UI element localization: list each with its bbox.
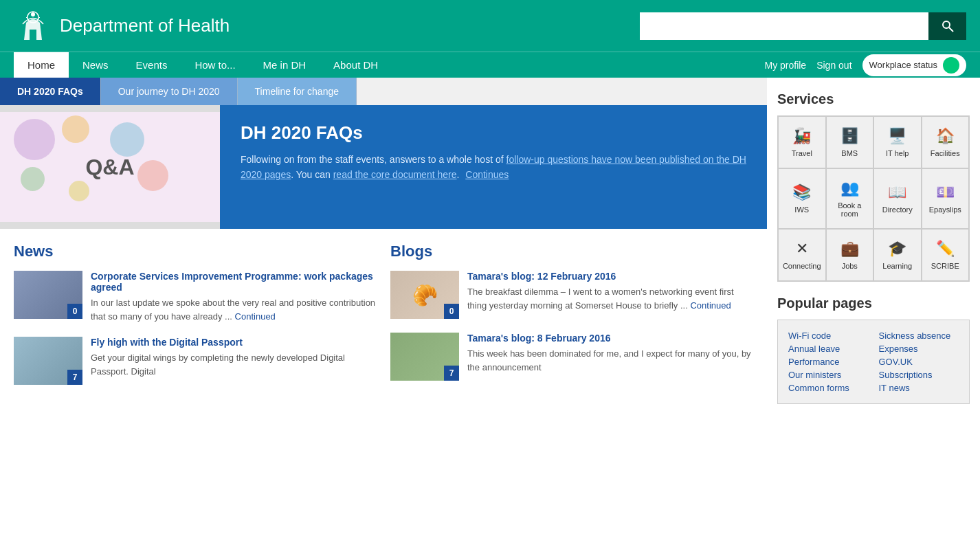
feature-link2[interactable]: read the core document here	[333, 169, 457, 180]
learning-icon: 🎓	[888, 240, 906, 258]
service-iws[interactable]: 📚 IWS	[778, 168, 826, 229]
travel-icon: 🚂	[792, 127, 811, 145]
nav-item-meiindh[interactable]: Me in DH	[249, 52, 320, 78]
service-scribe[interactable]: ✏️ SCRIBE	[922, 229, 970, 281]
news-body-2: Fly high with the Digital Passport Get y…	[91, 337, 377, 378]
popular-expenses[interactable]: Expenses	[879, 344, 959, 354]
nav-item-news[interactable]: News	[69, 52, 122, 78]
deco4	[21, 167, 45, 191]
deco3	[110, 122, 144, 157]
popular-pages-title: Popular pages	[777, 295, 970, 311]
popular-forms[interactable]: Common forms	[788, 383, 869, 393]
service-directory[interactable]: 📖 Directory	[873, 168, 922, 229]
services-grid: 🚂 Travel 🗄️ BMS 🖥️ IT help 🏠 Facilities …	[777, 115, 970, 282]
feature-desc-mid: . You can	[291, 169, 333, 180]
popular-wifi[interactable]: Wi-Fi code	[788, 331, 869, 341]
popular-it-news[interactable]: IT news	[879, 383, 959, 393]
blogs-section: Blogs 🥐 0 Tamara's blog: 12 February 201…	[390, 243, 753, 399]
feature-panel: Q&A DH 2020 FAQs Following on from the s…	[0, 105, 767, 229]
blog-title-2[interactable]: Tamara's blog: 8 February 2016	[467, 333, 753, 344]
service-connecting[interactable]: ✕ Connecting	[778, 229, 826, 281]
nav-item-aboutdh[interactable]: About DH	[320, 52, 392, 78]
scribe-icon: ✏️	[936, 240, 955, 258]
blog-excerpt-2: This week has been dominated for me, and…	[467, 347, 753, 374]
feature-tab-3[interactable]: Timeline for change	[238, 78, 357, 105]
workplace-status-toggle[interactable]: Workplace status	[862, 54, 966, 76]
news-count-2: 7	[67, 370, 82, 385]
feature-image: Q&A	[0, 105, 220, 229]
iws-icon: 📚	[792, 183, 811, 201]
popular-ministers[interactable]: Our ministers	[788, 370, 869, 380]
service-facilities[interactable]: 🏠 Facilities	[922, 116, 970, 168]
service-book-room-label: Book a room	[830, 201, 870, 218]
news-continued-1[interactable]: Continued	[235, 311, 276, 322]
qa-text: Q&A	[85, 155, 134, 180]
nav-item-events[interactable]: Events	[122, 52, 181, 78]
news-title-2[interactable]: Fly high with the Digital Passport	[91, 337, 377, 348]
blog-thumb-2: 7	[390, 333, 459, 381]
it-help-icon: 🖥️	[888, 127, 906, 145]
popular-subscriptions[interactable]: Subscriptions	[879, 370, 959, 380]
feature-description: Following on from the staff events, answ…	[241, 152, 746, 183]
service-travel[interactable]: 🚂 Travel	[778, 116, 826, 168]
service-bms[interactable]: 🗄️ BMS	[826, 116, 874, 168]
my-profile-link[interactable]: My profile	[764, 60, 806, 71]
service-bms-label: BMS	[841, 149, 858, 157]
blog-title-1[interactable]: Tamara's blog: 12 February 2016	[467, 271, 753, 282]
blog-count-2: 7	[444, 366, 459, 381]
search-input[interactable]	[640, 12, 928, 40]
service-learning[interactable]: 🎓 Learning	[873, 229, 922, 281]
service-epayslips-label: Epayslips	[929, 205, 961, 214]
popular-annual-leave[interactable]: Annual leave	[788, 344, 869, 354]
header-logo-area: Department of Health	[14, 7, 230, 45]
feature-tab-2[interactable]: Our journey to DH 2020	[101, 78, 238, 105]
site-title: Department of Health	[60, 15, 230, 36]
search-area	[640, 12, 966, 40]
news-count-1: 0	[67, 304, 82, 319]
deco2	[62, 115, 89, 143]
news-article-1: 0 Corporate Services Improvement Program…	[14, 271, 377, 323]
service-jobs[interactable]: 💼 Jobs	[826, 229, 874, 281]
service-scribe-label: SCRIBE	[931, 262, 959, 270]
main-nav: Home News Events How to... Me in DH Abou…	[0, 52, 980, 78]
feature-continues[interactable]: Continues	[465, 169, 509, 180]
blog-article-2: 7 Tamara's blog: 8 February 2016 This we…	[390, 333, 753, 381]
nav-item-home[interactable]: Home	[14, 52, 69, 78]
service-jobs-label: Jobs	[842, 262, 858, 270]
main-container: DH 2020 FAQs Our journey to DH 2020 Time…	[0, 78, 980, 418]
popular-sickness[interactable]: Sickness absence	[879, 331, 959, 341]
news-article-2: 7 Fly high with the Digital Passport Get…	[14, 337, 377, 385]
search-button[interactable]	[928, 12, 966, 40]
popular-pages-grid: Wi-Fi code Sickness absence Annual leave…	[777, 320, 970, 404]
news-title-1[interactable]: Corporate Services Improvement Programme…	[91, 271, 377, 293]
feature-desc-suffix: .	[456, 169, 459, 180]
blogs-heading: Blogs	[390, 243, 753, 260]
services-title: Services	[777, 91, 970, 107]
bms-icon: 🗄️	[840, 127, 859, 145]
jobs-icon: 💼	[840, 240, 859, 258]
blog-body-2: Tamara's blog: 8 February 2016 This week…	[467, 333, 753, 374]
service-learning-label: Learning	[882, 262, 912, 270]
feature-tabs: DH 2020 FAQs Our journey to DH 2020 Time…	[0, 78, 767, 105]
nav-item-howto[interactable]: How to...	[181, 52, 249, 78]
workplace-status-indicator	[943, 57, 959, 74]
service-connecting-label: Connecting	[783, 262, 821, 270]
popular-govuk[interactable]: GOV.UK	[879, 357, 959, 367]
svg-line-4	[949, 27, 953, 32]
sign-out-link[interactable]: Sign out	[816, 60, 851, 71]
workplace-status-label: Workplace status	[869, 60, 937, 70]
feature-tab-1[interactable]: DH 2020 FAQs	[0, 78, 101, 105]
nav-user-area: My profile Sign out Workplace status	[764, 52, 966, 78]
qa-image-placeholder: Q&A	[0, 112, 220, 222]
deco6	[69, 181, 89, 201]
service-book-room[interactable]: 👥 Book a room	[826, 168, 874, 229]
directory-icon: 📖	[888, 183, 906, 201]
book-room-icon: 👥	[840, 179, 859, 197]
service-epayslips[interactable]: 💷 Epayslips	[922, 168, 970, 229]
popular-performance[interactable]: Performance	[788, 357, 869, 367]
deco1	[14, 119, 55, 160]
service-it-help[interactable]: 🖥️ IT help	[873, 116, 922, 168]
blog-continued-1[interactable]: Continued	[690, 300, 731, 311]
facilities-icon: 🏠	[936, 127, 955, 145]
news-body-1: Corporate Services Improvement Programme…	[91, 271, 377, 323]
